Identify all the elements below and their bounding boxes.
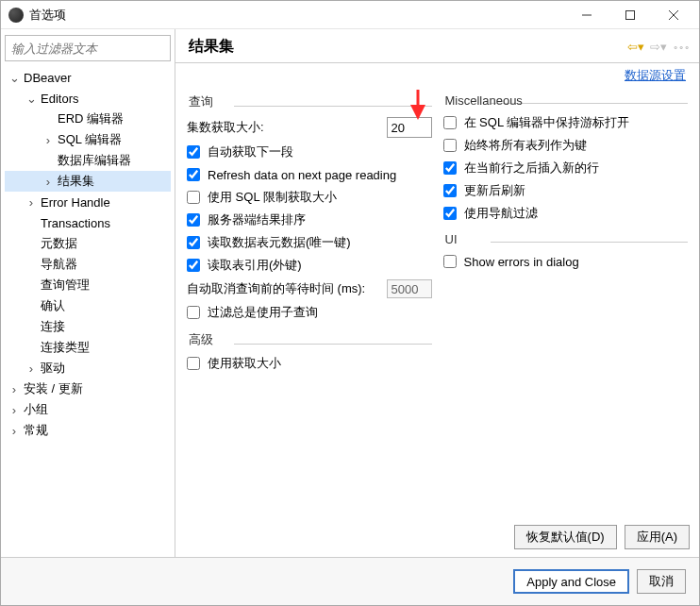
cancel-button[interactable]: 取消 [637,569,686,594]
show-errors-dialog-checkbox[interactable] [443,255,457,268]
filter-subquery-label: 过滤总是使用子查询 [208,304,318,321]
tree-item-metadata[interactable]: 元数据 [5,233,171,254]
read-table-ref-label: 读取表引用(外键) [208,257,302,274]
dialog-footer: Apply and Close 取消 [1,557,699,605]
insert-after-label: 在当前行之后插入新的行 [464,160,599,177]
close-button[interactable] [652,1,695,29]
cancel-wait-input[interactable] [387,279,432,298]
tree-item-driver[interactable]: ›驱动 [5,358,171,379]
tree-item-install[interactable]: ›安装 / 更新 [5,379,171,399]
content-panel: 结果集 ⇦▾ ⇨▾ ∘∘∘ 数据源设置 查询 集数获取大小: [175,29,699,557]
group-ui: UI Show errors in dialog [443,232,689,273]
menu-dots-icon[interactable]: ∘∘∘ [673,42,690,52]
keep-cursor-checkbox[interactable] [443,116,457,129]
refresh-next-page-checkbox[interactable] [187,168,200,181]
sidebar: ⌄DBeaver ⌄Editors ERD 编辑器 ›SQL 编辑器 数据库编辑… [1,29,175,557]
minimize-button[interactable] [565,1,608,29]
use-fetch-size-checkbox[interactable] [187,357,200,370]
group-title-ui: UI [445,232,689,246]
use-fetch-size-label: 使用获取大小 [208,355,281,372]
chevron-right-icon: › [8,404,20,415]
forward-icon[interactable]: ⇨▾ [650,40,667,54]
tree-item-dbeditor[interactable]: 数据库编辑器 [5,150,171,171]
server-side-sort-checkbox[interactable] [187,213,200,227]
cancel-wait-label: 自动取消查询前的等待时间 (ms): [187,280,387,297]
tree-item-dbeaver[interactable]: ⌄DBeaver [5,67,171,88]
group-query: 查询 集数获取大小: 自动获取下一段 Refresh data on next … [187,93,432,324]
app-icon [8,8,24,23]
refresh-after-label: 更新后刷新 [464,182,525,199]
window-title: 首选项 [29,7,66,24]
read-table-ref-checkbox[interactable] [187,259,200,272]
tree-item-editors[interactable]: ⌄Editors [5,88,171,109]
tree: ⌄DBeaver ⌄Editors ERD 编辑器 ›SQL 编辑器 数据库编辑… [5,67,171,441]
group-title-misc: Miscellaneous [445,93,689,108]
read-table-meta-checkbox[interactable] [187,236,200,249]
filter-input[interactable] [5,35,171,61]
auto-fetch-next-label: 自动获取下一段 [208,143,293,160]
show-errors-dialog-label: Show errors in dialog [464,255,579,269]
titlebar: 首选项 [1,1,699,29]
chevron-right-icon: › [25,196,37,208]
svg-rect-1 [626,10,635,19]
tree-item-navigator[interactable]: 导航器 [5,254,171,275]
chevron-right-icon: › [8,383,20,395]
filter-subquery-checkbox[interactable] [187,306,200,319]
chevron-right-icon: › [8,425,20,436]
auto-fetch-next-checkbox[interactable] [187,145,200,159]
all-rows-key-checkbox[interactable] [443,139,457,152]
apply-close-button[interactable]: Apply and Close [513,569,629,594]
fetch-size-input[interactable] [387,117,432,138]
insert-after-checkbox[interactable] [443,161,457,175]
chevron-right-icon: › [42,134,54,145]
nav-history: ⇦▾ ⇨▾ ∘∘∘ [627,40,690,54]
back-icon[interactable]: ⇦▾ [627,40,644,54]
tree-item-sql[interactable]: ›SQL 编辑器 [5,129,171,150]
restore-defaults-button[interactable]: 恢复默认值(D) [514,525,617,549]
use-nav-filter-label: 使用导航过滤 [464,205,538,222]
group-title-query: 查询 [189,93,432,110]
tree-item-erd[interactable]: ERD 编辑器 [5,109,171,129]
keep-cursor-label: 在 SQL 编辑器中保持游标打开 [464,114,630,131]
group-title-advanced: 高级 [189,331,432,348]
read-table-meta-label: 读取数据表元数据(唯一键) [208,234,351,251]
tree-item-connect[interactable]: 连接 [5,316,171,337]
page-title: 结果集 [189,37,234,57]
refresh-next-page-label: Refresh data on next page reading [208,168,396,182]
group-advanced: 高级 使用获取大小 [187,331,432,375]
chevron-right-icon: › [42,176,54,187]
use-sql-limit-label: 使用 SQL 限制获取大小 [208,189,337,206]
use-sql-limit-checkbox[interactable] [187,191,200,204]
maximize-button[interactable] [608,1,652,29]
tree-item-transactions[interactable]: Transactions [5,212,171,233]
tree-item-errorhandle[interactable]: ›Error Handle [5,192,171,212]
tree-item-querymgr[interactable]: 查询管理 [5,275,171,295]
datasource-settings-link[interactable]: 数据源设置 [175,63,699,90]
apply-button[interactable]: 应用(A) [625,525,690,549]
chevron-down-icon: ⌄ [8,72,20,83]
chevron-down-icon: ⌄ [25,93,37,104]
chevron-right-icon: › [25,362,37,374]
tree-item-group[interactable]: ›小组 [5,399,171,420]
tree-item-general[interactable]: ›常规 [5,420,171,441]
tree-item-conntype[interactable]: 连接类型 [5,337,171,358]
all-rows-key-label: 始终将所有表列作为键 [464,137,587,154]
group-misc: Miscellaneous 在 SQL 编辑器中保持游标打开 始终将所有表列作为… [443,93,689,225]
tree-item-resultset[interactable]: ›结果集 [5,171,171,192]
refresh-after-checkbox[interactable] [443,184,457,197]
use-nav-filter-checkbox[interactable] [443,207,457,220]
server-side-sort-label: 服务器端结果排序 [208,211,306,228]
fetch-size-label: 集数获取大小: [187,119,264,136]
tree-item-confirm[interactable]: 确认 [5,295,171,316]
